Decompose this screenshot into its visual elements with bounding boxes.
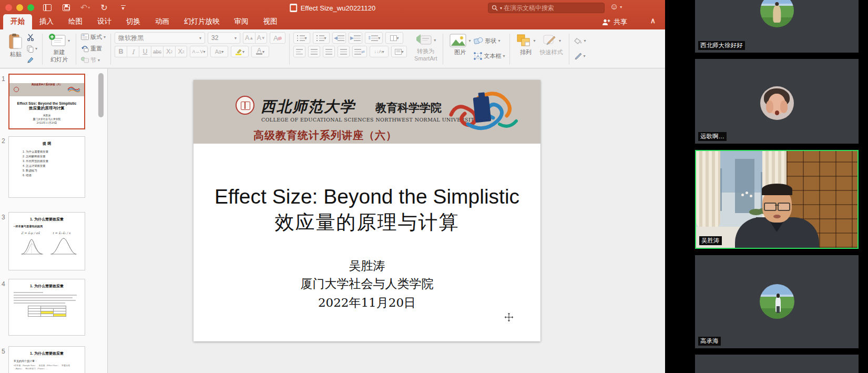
tab-transitions[interactable]: 切换 (119, 14, 148, 29)
tab-view[interactable]: 视图 (256, 14, 285, 29)
customize-toolbar-button[interactable]: ▾ (118, 2, 128, 13)
new-slide-button[interactable]: ▾ 新建 幻灯片 (46, 32, 72, 64)
thumbnail-slide-5[interactable]: 1. 为什么需要效应量 常见的四个统计量： •样本量（Sample Size）、… (8, 346, 85, 373)
document-title: Effect Size_wu20221120 (290, 4, 376, 12)
sidebar-toggle-button[interactable] (42, 2, 53, 13)
picture-button[interactable]: ▾ 图片 (447, 32, 473, 56)
strikethrough-button[interactable]: abc (151, 46, 163, 57)
cut-button[interactable] (26, 33, 38, 42)
slide-title-en: Effect Size: Beyond the Simplistic (193, 185, 540, 208)
italic-button[interactable]: I (127, 46, 139, 57)
share-button[interactable]: 共享 (602, 17, 627, 27)
align-left-button[interactable] (293, 46, 305, 57)
smartart-icon (415, 33, 432, 47)
traffic-lights (5, 4, 34, 11)
undo-button[interactable]: ↶▾ (80, 2, 90, 13)
quick-styles-button[interactable]: ▾ 快速样式 (538, 32, 565, 56)
subscript-button[interactable]: X2 (175, 46, 187, 57)
ppt-document-icon (290, 4, 297, 12)
font-name-select[interactable]: 微软雅黑 ▾ (115, 32, 205, 44)
columns-button[interactable]: ▾ (385, 32, 403, 44)
document-title-text: Effect Size_wu20221120 (301, 4, 376, 12)
line-spacing-button[interactable]: ⇕▾ (365, 32, 383, 44)
participant-1-name: 西北师大徐好好 (698, 41, 745, 50)
screen: ↶▾ ↻ ▾ Effect Size_wu20221120 ▾ ☺ ▾ (0, 0, 868, 373)
shape-outline-button[interactable]: ▾ (573, 52, 587, 60)
align-right-button[interactable] (323, 46, 335, 57)
decrease-indent-button[interactable]: ◀ (332, 32, 346, 44)
justify-button[interactable] (338, 46, 350, 57)
arrange-dropdown-icon: ▾ (533, 38, 535, 43)
participant-tile-4[interactable]: 高承海 (695, 255, 859, 348)
thumbnail-slide-1[interactable]: 高级教育统计系列讲座（六） Effect Size: Beyond the Si… (8, 74, 85, 129)
reset-button[interactable]: 重置 (80, 45, 107, 53)
font-size-select[interactable]: 32 ▾ (208, 32, 240, 44)
bold-button[interactable]: B (115, 46, 127, 57)
slide-date: 2022年11月20日 (193, 295, 540, 311)
paste-button[interactable]: 粘贴 (6, 32, 26, 58)
align-text-icon (395, 49, 402, 55)
font-color-button[interactable]: A ▾ (251, 46, 269, 57)
text-direction-button[interactable]: ↓↓A▾ (370, 46, 389, 57)
align-text-button[interactable]: ▾ (391, 46, 407, 57)
bullets-button[interactable]: ▾ (293, 32, 310, 44)
thumb5-bullet: •样本量（Sample Size）、效应量（Effect Size）、显著水准（… (14, 364, 80, 370)
participant-tile-1[interactable]: 西北师大徐好好 (695, 0, 859, 53)
textbox-button[interactable]: A 文本框 ▾ (473, 52, 506, 61)
layout-button[interactable]: 版式 ▾ (80, 33, 107, 41)
columns-icon (390, 35, 397, 41)
thumbnail-slide-4[interactable]: 1. 为什么需要效应量 (8, 279, 85, 336)
character-spacing-button[interactable]: A↔V▾ (190, 46, 208, 57)
tab-draw[interactable]: 绘图 (61, 14, 90, 29)
shape-fill-button[interactable]: ▾ (573, 37, 587, 45)
save-button[interactable] (61, 2, 72, 13)
tab-slideshow[interactable]: 幻灯片放映 (177, 14, 227, 29)
zoom-button[interactable] (27, 4, 34, 11)
highlight-button[interactable]: ▾ (231, 46, 249, 57)
close-button[interactable] (5, 4, 12, 11)
search-field[interactable]: ▾ (488, 3, 605, 13)
clear-formatting-button[interactable]: A (270, 32, 285, 44)
change-case-button[interactable]: Aa▾ (210, 46, 228, 57)
redo-button[interactable]: ↻ (99, 2, 109, 13)
tab-insert[interactable]: 插入 (32, 14, 61, 29)
slide-number-1: 1 (2, 75, 5, 83)
numbering-button[interactable]: ▾ (313, 32, 330, 44)
thumb5-sub: 常见的四个统计量： (14, 359, 85, 362)
participant-tile-2[interactable]: 远歌啊… (695, 59, 859, 144)
tab-design[interactable]: 设计 (90, 14, 119, 29)
increase-indent-button[interactable]: ▶ (349, 32, 362, 44)
shapes-button[interactable]: 形状 ▾ (473, 36, 506, 45)
thumbnail-scrollbar[interactable] (98, 73, 104, 117)
quick-styles-label: 快速样式 (540, 49, 563, 55)
current-slide[interactable]: 西北师范大学 教育科学学院 COLLEGE OF EDUCATIONAL SCI… (193, 80, 540, 341)
slide-title-cn: 效应量的原理与计算 (193, 209, 540, 236)
minimize-button[interactable] (16, 4, 23, 11)
copy-button[interactable]: ▾ (26, 45, 38, 53)
distribute-button[interactable]: ⇄ (352, 46, 367, 57)
align-center-button[interactable] (308, 46, 320, 57)
participant-2-avatar (760, 86, 794, 120)
feedback-button[interactable]: ☺ ▾ (610, 2, 622, 12)
participant-tile-5[interactable] (695, 355, 859, 373)
slides-group: ▾ 新建 幻灯片 (44, 32, 75, 66)
arrange-button[interactable]: ▾ 排列 (514, 32, 537, 56)
thumbnail-slide-2[interactable]: 提 纲 1. 为什么需要效应量 2. 怎样解释效应量 3. 不同类型的效应量 4… (8, 136, 85, 198)
participant-tile-3-active-speaker[interactable]: 吴胜涛 (695, 150, 859, 249)
thumb3-heading: 1. 为什么需要效应量 (9, 217, 85, 222)
increase-font-button[interactable]: A▲ (243, 32, 255, 44)
thumbnail-slide-3[interactable]: 1. 为什么需要效应量 • 样本量与显著性的困局 Z = x̄-μ / σx̄ … (8, 212, 85, 270)
tab-animations[interactable]: 动画 (148, 14, 177, 29)
section-button[interactable]: 节 ▾ (80, 56, 107, 64)
superscript-button[interactable]: X2 (163, 46, 175, 57)
tab-home[interactable]: 开始 (3, 14, 32, 29)
underline-button[interactable]: U (139, 46, 151, 57)
tab-review[interactable]: 审阅 (227, 14, 256, 29)
format-painter-button[interactable] (26, 56, 38, 64)
collapse-ribbon-button[interactable]: ∧ (650, 16, 656, 25)
convert-to-smartart-button[interactable]: ▾ 转换为 SmartArt (412, 32, 439, 63)
search-input[interactable] (504, 4, 588, 12)
drawing-tools-group: ▾ ▾ (570, 32, 590, 66)
slide-number-4: 4 (2, 280, 5, 288)
decrease-font-button[interactable]: A▼ (255, 32, 267, 44)
